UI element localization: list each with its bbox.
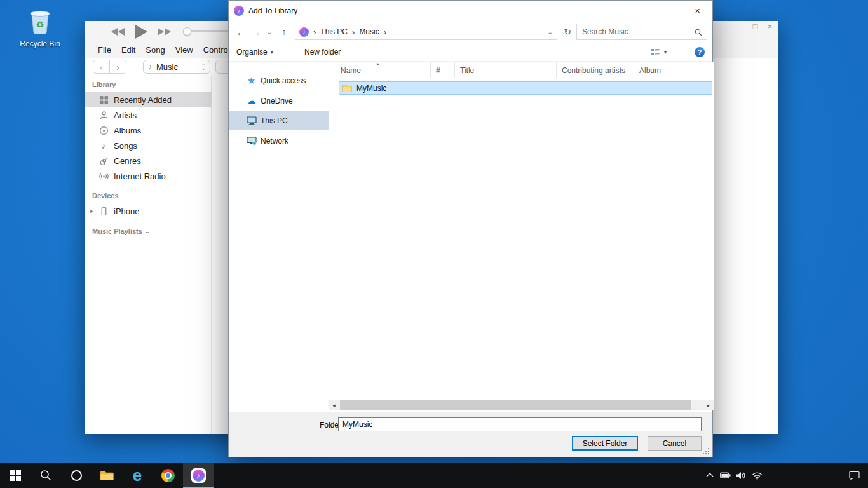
sort-ascending-icon: ▲ — [376, 62, 380, 66]
breadcrumb-separator-icon: › — [313, 27, 316, 37]
sidebar-item-label: Recently Added — [114, 95, 172, 105]
start-button[interactable] — [0, 463, 31, 488]
column-header-album[interactable]: Album — [634, 62, 709, 78]
minimize-button[interactable]: – — [738, 22, 743, 31]
organise-menu-button[interactable]: Organise ▾ — [236, 43, 273, 62]
itunes-back-button[interactable]: ‹ — [93, 60, 110, 74]
grid-icon — [98, 95, 109, 105]
media-kind-label: Music — [156, 62, 178, 72]
scrollbar-thumb[interactable] — [340, 400, 691, 410]
disclosure-triangle-icon[interactable]: ▸ — [90, 208, 93, 214]
dialog-toolbar: Organise ▾ New folder ▾ ? — [229, 43, 712, 62]
new-folder-button[interactable]: New folder — [304, 43, 341, 62]
recycle-bin-shortcut[interactable]: ♻ Recycle Bin — [17, 5, 64, 48]
help-button[interactable]: ? — [695, 47, 705, 57]
column-header-number[interactable]: # — [431, 62, 455, 78]
refresh-button[interactable]: ↻ — [560, 24, 575, 40]
column-header-title[interactable]: Title — [455, 62, 557, 78]
sidebar-item-songs[interactable]: ♪ Songs — [85, 138, 212, 153]
breadcrumb-music[interactable]: Music — [359, 27, 379, 36]
wifi-icon — [752, 471, 763, 480]
select-folder-button[interactable]: Select Folder — [572, 436, 638, 451]
sidebar-item-iphone[interactable]: ▸ iPhone — [85, 203, 212, 219]
sidebar-item-artists[interactable]: Artists — [85, 107, 212, 123]
recycle-bin-icon: ♻ — [27, 5, 53, 36]
maximize-button[interactable]: □ — [753, 22, 758, 31]
playlists-section-header[interactable]: Music Playlists ⌄ — [92, 227, 149, 235]
chrome-browser-button[interactable] — [153, 463, 183, 488]
action-center-icon — [849, 471, 860, 480]
sidebar-item-albums[interactable]: Albums — [85, 123, 212, 138]
sidebar-item-internet-radio[interactable]: Internet Radio — [85, 168, 212, 184]
action-center-button[interactable] — [840, 463, 868, 488]
svg-text:♻: ♻ — [36, 19, 44, 30]
column-headers: ▲ Name # Title Contributing artists Albu… — [329, 62, 714, 78]
windows-logo-icon — [10, 470, 21, 481]
devices-section-header: Devices — [92, 192, 119, 200]
cortana-button[interactable] — [61, 463, 92, 488]
show-hidden-icons-button[interactable] — [702, 463, 717, 488]
close-button[interactable]: × — [767, 22, 772, 31]
menu-song[interactable]: Song — [146, 45, 165, 55]
menu-edit[interactable]: Edit — [121, 45, 135, 55]
back-button[interactable]: ← — [233, 24, 249, 40]
search-box — [576, 24, 707, 40]
itunes-app-icon: ♪ — [234, 6, 244, 16]
volume-slider[interactable] — [184, 30, 230, 32]
system-tray — [702, 463, 868, 488]
nav-item-network[interactable]: Network — [229, 132, 329, 150]
taskbar-search-button[interactable] — [31, 463, 61, 488]
sidebar-item-recently-added[interactable]: Recently Added — [85, 92, 212, 107]
address-bar[interactable]: ♪ › This PC › Music › ⌄ — [295, 24, 557, 40]
add-to-library-dialog: ♪ Add To Library × ← → ⌄ ↑ ♪ › This PC ›… — [228, 0, 713, 458]
dialog-footer: Folder: Select Folder Cancel — [229, 412, 712, 458]
nav-item-onedrive[interactable]: ☁ OneDrive — [229, 92, 329, 110]
view-mode-button[interactable]: ▾ — [651, 43, 667, 62]
media-kind-dropdown[interactable]: ♪ Music ⌃⌄ — [143, 60, 210, 74]
itunes-taskbar-button[interactable]: ♪ — [183, 463, 214, 488]
cancel-button[interactable]: Cancel — [648, 436, 702, 451]
sidebar-item-label: Artists — [114, 111, 137, 120]
scroll-left-button[interactable]: ◂ — [329, 400, 339, 410]
file-row-mymusic[interactable]: MyMusic — [339, 81, 712, 95]
nav-item-quick-access[interactable]: ★ Quick access — [229, 71, 329, 90]
resize-grip[interactable] — [703, 448, 710, 456]
cortana-icon — [71, 470, 82, 481]
folder-name-input[interactable] — [338, 417, 702, 431]
file-name: MyMusic — [356, 84, 386, 93]
play-button[interactable] — [134, 24, 148, 39]
artist-icon — [98, 111, 109, 120]
volume-knob[interactable] — [183, 27, 191, 36]
address-dropdown-chevron[interactable]: ⌄ — [548, 29, 553, 36]
sidebar-item-genres[interactable]: Genres — [85, 153, 212, 168]
menu-view[interactable]: View — [175, 45, 193, 55]
library-section-header: Library — [92, 81, 116, 88]
search-input[interactable] — [577, 24, 707, 39]
breadcrumb-this-pc[interactable]: This PC — [320, 27, 348, 36]
file-explorer-button[interactable] — [92, 463, 122, 488]
menu-file[interactable]: File — [98, 45, 111, 55]
fast-forward-button[interactable] — [157, 27, 172, 36]
album-icon — [98, 126, 109, 135]
dialog-close-button[interactable]: × — [683, 1, 712, 20]
volume-tray-button[interactable] — [733, 463, 749, 488]
recent-locations-chevron[interactable]: ⌄ — [264, 24, 275, 40]
rewind-button[interactable] — [110, 27, 125, 36]
location-music-icon: ♪ — [299, 27, 309, 37]
file-list: ▲ Name # Title Contributing artists Albu… — [329, 62, 714, 400]
battery-tray-button[interactable] — [717, 463, 733, 488]
breadcrumb-separator-icon[interactable]: › — [352, 27, 355, 37]
breadcrumb-separator-icon[interactable]: › — [384, 27, 386, 37]
radio-broadcast-icon — [98, 172, 109, 181]
column-header-contributing-artists[interactable]: Contributing artists — [557, 62, 634, 78]
up-one-level-button[interactable]: ↑ — [277, 24, 291, 40]
itunes-icon: ♪ — [191, 468, 206, 483]
search-icon — [40, 470, 51, 481]
nav-item-this-pc[interactable]: This PC — [229, 111, 329, 130]
itunes-forward-button[interactable]: › — [109, 60, 126, 74]
network-tray-button[interactable] — [749, 463, 765, 488]
forward-button[interactable]: → — [249, 24, 263, 40]
edge-browser-button[interactable]: e — [122, 463, 153, 488]
scroll-right-button[interactable]: ▸ — [703, 400, 714, 410]
horizontal-scrollbar[interactable]: ◂ ▸ — [329, 400, 714, 410]
